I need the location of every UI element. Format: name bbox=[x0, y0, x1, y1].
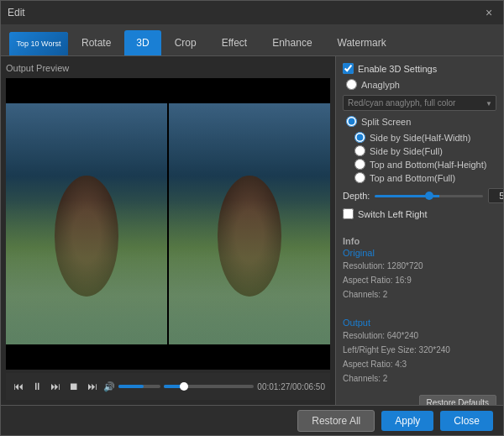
output-resolution: Resolution: 640*240 bbox=[343, 329, 496, 342]
switch-lr-row: Switch Left Right bbox=[343, 208, 496, 219]
stop-button[interactable]: ⏹ bbox=[66, 379, 81, 394]
tab-rotate[interactable]: Rotate bbox=[70, 30, 123, 55]
split-half-width-radio[interactable] bbox=[354, 132, 365, 143]
output-channels: Channels: 2 bbox=[343, 372, 496, 385]
bottom-bar: Restore All Apply Close bbox=[1, 405, 503, 435]
controls-bar: ⏮ ⏸ ⏭ ⏹ ⏭ 🔊 00:01:27/00:06:50 bbox=[6, 373, 330, 400]
original-aspect: Aspect Ratio: 16:9 bbox=[343, 274, 496, 286]
right-panel: Enable 3D Settings Anaglyph Red/cyan ana… bbox=[335, 56, 503, 405]
split-top-bottom-full-label: Top and Bottom(Full) bbox=[370, 173, 455, 183]
split-top-bottom-full-radio[interactable] bbox=[354, 172, 365, 183]
original-subtitle: Original bbox=[343, 248, 496, 258]
title-bar-left: Edit bbox=[8, 7, 25, 18]
output-eye-size: Left/Right Eye Size: 320*240 bbox=[343, 344, 496, 356]
title-bar: Edit × bbox=[1, 1, 503, 24]
enable-3d-checkbox[interactable] bbox=[343, 63, 354, 74]
info-title: Info bbox=[343, 236, 496, 246]
video-bottom-bar bbox=[6, 344, 330, 370]
video-frame bbox=[6, 103, 330, 344]
progress-thumb bbox=[180, 382, 188, 391]
info-section: Info Original Resolution: 1280*720 Aspec… bbox=[343, 236, 496, 301]
switch-lr-checkbox[interactable] bbox=[343, 208, 354, 219]
tab-bar: Top 10 Worst Rotate 3D Crop Effect Enhan… bbox=[1, 24, 503, 56]
skip-forward-button[interactable]: ⏭ bbox=[48, 379, 63, 394]
time-display: 00:01:27/00:06:50 bbox=[257, 382, 325, 391]
depth-input[interactable] bbox=[488, 188, 503, 203]
output-aspect: Aspect Ratio: 4:3 bbox=[343, 358, 496, 370]
tab-crop[interactable]: Crop bbox=[163, 30, 208, 55]
split-option-1: Side by Side(Full) bbox=[351, 145, 496, 156]
split-full-label: Side by Side(Full) bbox=[370, 146, 443, 156]
tab-thumbnail[interactable]: Top 10 Worst bbox=[9, 32, 68, 55]
play-pause-button[interactable]: ⏸ bbox=[29, 379, 45, 394]
volume-fill bbox=[118, 385, 144, 388]
restore-all-button[interactable]: Restore All bbox=[297, 410, 375, 432]
video-top-bar bbox=[6, 78, 330, 103]
anaglyph-select[interactable]: Red/cyan anaglyph, full color bbox=[343, 95, 496, 111]
apply-button[interactable]: Apply bbox=[381, 411, 433, 431]
anaglyph-select-wrapper: Red/cyan anaglyph, full color bbox=[343, 95, 496, 111]
split-option-0: Side by Side(Half-Width) bbox=[351, 132, 496, 143]
split-top-bottom-half-radio[interactable] bbox=[354, 159, 365, 170]
preview-area: Output Preview bbox=[1, 56, 335, 405]
split-full-radio[interactable] bbox=[354, 145, 365, 156]
window-close-button[interactable]: × bbox=[481, 5, 496, 20]
tab-3d[interactable]: 3D bbox=[124, 30, 160, 55]
end-button[interactable]: ⏭ bbox=[85, 379, 100, 394]
depth-slider[interactable] bbox=[375, 195, 483, 197]
split-top-bottom-half-label: Top and Bottom(Half-Height) bbox=[370, 160, 486, 170]
split-screen-radio[interactable] bbox=[346, 116, 357, 127]
split-screen-row: Split Screen bbox=[343, 116, 496, 127]
preview-label: Output Preview bbox=[6, 61, 330, 75]
output-section: Output Resolution: 640*240 Left/Right Ey… bbox=[343, 318, 496, 385]
output-subtitle: Output bbox=[343, 318, 496, 328]
preview-video bbox=[6, 78, 330, 370]
depth-row: Depth: bbox=[343, 188, 496, 203]
tab-enhance[interactable]: Enhance bbox=[260, 30, 323, 55]
skip-back-button[interactable]: ⏮ bbox=[11, 379, 26, 394]
depth-label: Depth: bbox=[343, 191, 370, 201]
anaglyph-label: Anaglyph bbox=[361, 80, 400, 90]
volume-icon: 🔊 bbox=[103, 381, 115, 392]
enable-3d-row: Enable 3D Settings bbox=[343, 63, 496, 74]
split-options: Side by Side(Half-Width) Side by Side(Fu… bbox=[343, 132, 496, 183]
split-option-2: Top and Bottom(Half-Height) bbox=[351, 159, 496, 170]
anaglyph-radio[interactable] bbox=[346, 79, 357, 90]
original-channels: Channels: 2 bbox=[343, 288, 496, 301]
main-content: Output Preview bbox=[1, 56, 503, 405]
split-option-3: Top and Bottom(Full) bbox=[351, 172, 496, 183]
window-title: Edit bbox=[8, 7, 25, 18]
anaglyph-row: Anaglyph bbox=[343, 79, 496, 90]
video-left-panel bbox=[6, 103, 167, 344]
split-half-width-label: Side by Side(Half-Width) bbox=[370, 133, 470, 143]
enable-3d-label: Enable 3D Settings bbox=[358, 64, 437, 74]
restore-defaults-button[interactable]: Restore Defaults bbox=[419, 395, 496, 405]
tab-effect[interactable]: Effect bbox=[210, 30, 259, 55]
video-right-panel bbox=[169, 103, 330, 344]
original-resolution: Resolution: 1280*720 bbox=[343, 260, 496, 272]
split-screen-label: Split Screen bbox=[361, 117, 411, 127]
edit-window: Edit × Top 10 Worst Rotate 3D Crop Effec… bbox=[0, 0, 504, 436]
thumb-label: Top 10 Worst bbox=[9, 32, 68, 55]
close-button[interactable]: Close bbox=[440, 411, 493, 431]
tab-watermark[interactable]: Watermark bbox=[326, 30, 398, 55]
volume-slider[interactable] bbox=[118, 385, 160, 388]
progress-bar[interactable] bbox=[164, 385, 254, 388]
switch-lr-label: Switch Left Right bbox=[358, 209, 428, 219]
